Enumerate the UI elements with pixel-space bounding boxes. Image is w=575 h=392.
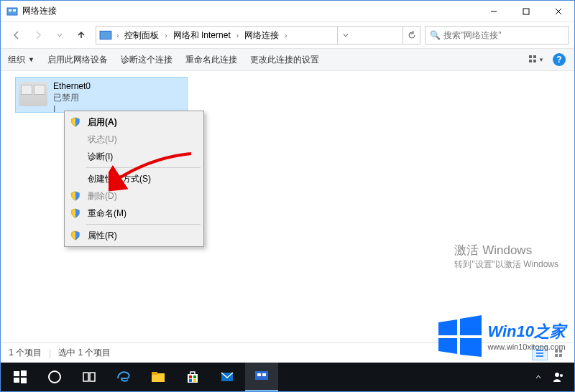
change-settings-button[interactable]: 更改此连接的设置 bbox=[250, 54, 319, 66]
taskbar bbox=[1, 363, 574, 391]
address-dropdown[interactable] bbox=[337, 27, 354, 44]
svg-rect-34 bbox=[193, 375, 196, 378]
svg-rect-4 bbox=[523, 9, 529, 14]
search-icon: 🔍 bbox=[430, 30, 441, 40]
navbar: › 控制面板 › 网络和 Internet › 网络连接 › 🔍 bbox=[1, 22, 574, 48]
watermark-brand: Win10之家 bbox=[487, 322, 566, 340]
breadcrumb[interactable]: › 控制面板 › 网络和 Internet › 网络连接 › bbox=[96, 26, 420, 45]
menu-enable[interactable]: 启用(A) bbox=[66, 113, 202, 131]
item-count: 1 个项目 bbox=[9, 347, 42, 359]
chevron-right-icon: › bbox=[235, 32, 240, 39]
help-icon: ? bbox=[553, 53, 566, 66]
window-controls bbox=[477, 1, 574, 22]
svg-rect-2 bbox=[13, 9, 16, 11]
menu-delete: 删除(D) bbox=[66, 187, 202, 205]
svg-rect-10 bbox=[529, 60, 532, 62]
task-view-button[interactable] bbox=[73, 363, 106, 391]
back-button[interactable] bbox=[6, 25, 27, 45]
network-adapter-item[interactable]: Ethernet0 已禁用 I bbox=[15, 77, 188, 113]
menu-separator bbox=[86, 167, 201, 168]
breadcrumb-item[interactable]: 控制面板 bbox=[120, 27, 163, 44]
recent-dropdown[interactable] bbox=[50, 25, 70, 45]
menu-rename[interactable]: 重命名(M) bbox=[66, 205, 202, 222]
location-icon bbox=[99, 29, 112, 42]
refresh-button[interactable] bbox=[402, 27, 420, 44]
network-connections-task[interactable] bbox=[245, 363, 278, 391]
content-area[interactable]: Ethernet0 已禁用 I 启用(A) 状态(U) 诊断(I) 创建快捷方式… bbox=[1, 71, 574, 351]
svg-rect-36 bbox=[193, 379, 196, 382]
chevron-down-icon: ▼ bbox=[538, 57, 544, 63]
menu-separator bbox=[86, 224, 201, 225]
chevron-right-icon: › bbox=[283, 32, 288, 39]
edge-button[interactable] bbox=[107, 363, 140, 391]
menu-create-shortcut[interactable]: 创建快捷方式(S) bbox=[66, 170, 202, 187]
svg-point-42 bbox=[560, 374, 563, 377]
svg-rect-31 bbox=[152, 372, 157, 375]
svg-rect-40 bbox=[262, 373, 266, 376]
breadcrumb-item[interactable]: 网络和 Internet bbox=[169, 27, 235, 44]
svg-rect-33 bbox=[189, 375, 192, 378]
file-explorer-button[interactable] bbox=[142, 363, 175, 391]
breadcrumb-item[interactable]: 网络连接 bbox=[240, 27, 283, 44]
adapter-label: Ethernet0 已禁用 I bbox=[53, 80, 91, 115]
svg-point-41 bbox=[555, 373, 559, 377]
diagnose-button[interactable]: 诊断这个连接 bbox=[121, 54, 172, 66]
enable-device-button[interactable]: 启用此网络设备 bbox=[47, 54, 108, 66]
svg-rect-1 bbox=[9, 9, 12, 11]
menu-status: 状态(U) bbox=[66, 131, 202, 148]
svg-rect-29 bbox=[90, 373, 95, 381]
shield-icon bbox=[70, 230, 80, 241]
activate-title: 激活 Windows bbox=[454, 242, 558, 258]
adapter-name: Ethernet0 bbox=[53, 80, 91, 92]
system-tray[interactable] bbox=[533, 371, 571, 383]
toolbar: 组织▼ 启用此网络设备 诊断这个连接 重命名此连接 更改此连接的设置 ▼ ? bbox=[1, 48, 574, 71]
context-menu: 启用(A) 状态(U) 诊断(I) 创建快捷方式(S) 删除(D) 重命名(M)… bbox=[64, 111, 204, 247]
adapter-status: 已禁用 bbox=[53, 92, 91, 103]
adapter-icon bbox=[19, 82, 47, 106]
close-button[interactable] bbox=[542, 1, 574, 22]
svg-rect-35 bbox=[189, 379, 192, 382]
rename-button[interactable]: 重命名此连接 bbox=[185, 54, 237, 66]
help-button[interactable]: ? bbox=[551, 52, 567, 67]
people-icon[interactable] bbox=[553, 371, 564, 383]
menu-diagnose[interactable]: 诊断(I) bbox=[66, 148, 202, 165]
menu-properties[interactable]: 属性(R) bbox=[66, 227, 202, 244]
view-options-button[interactable]: ▼ bbox=[528, 52, 544, 67]
organize-menu[interactable]: 组织▼ bbox=[8, 54, 34, 66]
svg-rect-7 bbox=[100, 31, 111, 39]
svg-rect-23 bbox=[14, 371, 19, 376]
svg-rect-38 bbox=[255, 371, 268, 380]
svg-marker-20 bbox=[460, 315, 482, 335]
window-icon bbox=[6, 6, 18, 17]
forward-button[interactable] bbox=[28, 25, 48, 45]
svg-marker-22 bbox=[460, 338, 482, 357]
shield-icon bbox=[70, 208, 80, 218]
search-input[interactable] bbox=[443, 30, 564, 40]
start-button[interactable] bbox=[4, 363, 37, 391]
up-button[interactable] bbox=[71, 25, 91, 45]
cortana-button[interactable] bbox=[38, 363, 71, 391]
window-title: 网络连接 bbox=[22, 5, 477, 17]
svg-rect-28 bbox=[83, 373, 88, 381]
shield-icon bbox=[70, 191, 80, 201]
minimize-button[interactable] bbox=[477, 1, 510, 22]
site-watermark: Win10之家 www.win10xitong.com bbox=[437, 315, 566, 357]
svg-marker-19 bbox=[438, 319, 457, 335]
watermark-url: www.win10xitong.com bbox=[487, 342, 566, 351]
selection-count: 选中 1 个项目 bbox=[58, 347, 111, 359]
search-box[interactable]: 🔍 bbox=[425, 26, 569, 45]
svg-rect-26 bbox=[21, 378, 27, 383]
store-button[interactable] bbox=[176, 363, 209, 391]
divider: | bbox=[49, 348, 51, 358]
svg-rect-11 bbox=[533, 60, 536, 62]
svg-rect-24 bbox=[21, 370, 27, 376]
maximize-button[interactable] bbox=[510, 1, 542, 22]
titlebar: 网络连接 bbox=[1, 1, 574, 22]
svg-rect-39 bbox=[257, 373, 261, 376]
activate-windows-watermark: 激活 Windows 转到"设置"以激活 Windows bbox=[454, 242, 558, 271]
mail-button[interactable] bbox=[211, 363, 244, 391]
tray-chevron-icon[interactable] bbox=[533, 371, 544, 383]
windows-logo-icon bbox=[437, 315, 483, 357]
svg-rect-8 bbox=[529, 55, 532, 58]
chevron-down-icon: ▼ bbox=[28, 56, 34, 63]
